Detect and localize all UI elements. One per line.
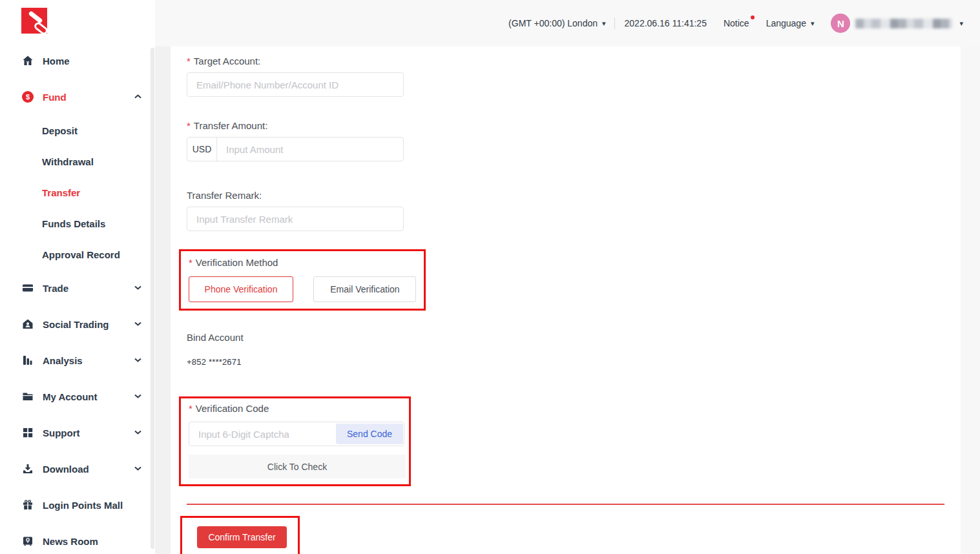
sidebar-subitem-deposit[interactable]: Deposit xyxy=(0,115,155,146)
sidebar-item-my-account[interactable]: My Account xyxy=(0,378,155,415)
sidebar-item-label: News Room xyxy=(43,536,142,547)
transfer-amount-input[interactable] xyxy=(217,138,403,161)
annotation-box-confirm: Confirm Transfer xyxy=(180,516,300,554)
account-menu-toggle[interactable]: ▾ xyxy=(955,19,963,28)
sidebar-item-label: My Account xyxy=(43,391,134,402)
sidebar-item-support[interactable]: Support xyxy=(0,415,155,451)
notice-button[interactable]: Notice xyxy=(724,18,749,28)
transfer-remark-field-wrap xyxy=(187,207,404,231)
chevron-down-icon: ▾ xyxy=(959,19,963,28)
sidebar-item-label: Download xyxy=(43,464,134,475)
sidebar-subitem-withdrawal[interactable]: Withdrawal xyxy=(0,146,155,177)
chevron-down-icon xyxy=(134,358,142,363)
chevron-down-icon xyxy=(134,322,142,327)
required-asterisk: * xyxy=(189,257,193,268)
fund-submenu: Deposit Withdrawal Transfer Funds Detail… xyxy=(0,115,155,270)
sidebar-item-news-room[interactable]: News Room xyxy=(0,523,155,554)
sidebar: Home $ Fund Deposit Withdrawal Transfer … xyxy=(0,0,155,554)
chevron-down-icon xyxy=(134,285,142,291)
main-area: (GMT +00:00) London ▾ 2022.06.16 11:41:2… xyxy=(155,0,980,554)
sidebar-item-download[interactable]: Download xyxy=(0,451,155,487)
phone-verification-button[interactable]: Phone Verification xyxy=(189,276,293,302)
username-blurred xyxy=(855,19,952,28)
annotation-box-verification-method: *Verification Method Phone Verification … xyxy=(179,249,426,311)
sidebar-item-analysis[interactable]: Analysis xyxy=(0,342,155,378)
sidebar-item-social-trading[interactable]: Social Trading xyxy=(0,306,155,342)
subitem-label: Approval Record xyxy=(42,249,120,260)
sidebar-subitem-funds-details[interactable]: Funds Details xyxy=(0,208,155,239)
sidebar-subitem-transfer[interactable]: Transfer xyxy=(0,177,155,208)
target-account-field-wrap xyxy=(187,72,404,97)
confirm-transfer-button[interactable]: Confirm Transfer xyxy=(197,526,287,548)
sidebar-item-fund[interactable]: $ Fund xyxy=(0,79,155,115)
sidebar-item-label: Login Points Mall xyxy=(43,500,142,511)
analysis-icon xyxy=(21,354,34,367)
content-right-gutter[interactable] xyxy=(961,46,980,554)
subitem-label: Deposit xyxy=(42,125,78,136)
sidebar-item-trade[interactable]: Trade xyxy=(0,270,155,306)
content-row: *Target Account: *Transfer Amount: USD T… xyxy=(155,46,980,554)
language-label: Language xyxy=(766,18,806,28)
captcha-check-button[interactable]: Click To Check xyxy=(189,455,406,478)
sidebar-item-label: Analysis xyxy=(43,355,134,366)
content-left-gutter xyxy=(155,46,171,554)
notice-badge-dot xyxy=(751,15,755,19)
sidebar-subitem-approval-record[interactable]: Approval Record xyxy=(0,239,155,270)
transfer-amount-label: *Transfer Amount: xyxy=(187,120,944,131)
sidebar-item-label: Social Trading xyxy=(43,319,134,330)
currency-prefix: USD xyxy=(187,138,217,161)
sidebar-scrollbar[interactable] xyxy=(151,48,154,549)
gift-icon xyxy=(21,498,34,511)
transfer-amount-field-wrap: USD xyxy=(187,137,404,161)
subitem-label: Withdrawal xyxy=(42,156,94,167)
topbar: (GMT +00:00) London ▾ 2022.06.16 11:41:2… xyxy=(155,0,980,46)
chevron-down-icon xyxy=(134,430,142,435)
notice-label: Notice xyxy=(724,18,749,28)
sidebar-item-label: Trade xyxy=(43,283,134,294)
svg-text:$: $ xyxy=(26,93,30,101)
topbar-divider xyxy=(614,17,615,29)
sidebar-item-home[interactable]: Home xyxy=(0,43,155,79)
sidebar-item-label: Home xyxy=(43,56,142,67)
chevron-down-icon: ▾ xyxy=(602,19,606,28)
chevron-up-icon xyxy=(134,94,142,99)
sidebar-item-label: Support xyxy=(43,427,134,438)
captcha-row: Send Code xyxy=(189,422,404,446)
transfer-remark-label: Transfer Remark: xyxy=(187,190,944,201)
subitem-label: Funds Details xyxy=(42,218,105,229)
transfer-form: *Target Account: *Transfer Amount: USD T… xyxy=(171,46,961,554)
verification-method-label: *Verification Method xyxy=(189,257,424,268)
download-icon xyxy=(21,462,34,475)
my-account-icon xyxy=(21,390,34,403)
timezone-label: (GMT +00:00) London xyxy=(508,18,598,28)
chevron-down-icon xyxy=(134,394,142,399)
verification-method-options: Phone Verification Email Verification xyxy=(189,276,424,302)
send-code-button[interactable]: Send Code xyxy=(336,424,403,444)
fund-dollar-icon: $ xyxy=(21,90,34,103)
datetime-display: 2022.06.16 11:41:25 xyxy=(625,18,707,28)
target-account-label: *Target Account: xyxy=(187,56,944,67)
target-account-input[interactable] xyxy=(187,73,403,96)
sidebar-item-label: Fund xyxy=(43,92,134,103)
required-asterisk: * xyxy=(187,120,191,131)
chevron-down-icon xyxy=(134,466,142,471)
bind-account-value: +852 ****2671 xyxy=(187,357,944,367)
avatar[interactable]: N xyxy=(831,14,850,33)
trade-icon xyxy=(21,282,34,294)
transfer-remark-input[interactable] xyxy=(187,207,403,231)
sidebar-menu: Home $ Fund Deposit Withdrawal Transfer … xyxy=(0,43,155,554)
timezone-selector[interactable]: (GMT +00:00) London ▾ xyxy=(508,18,605,28)
annotation-box-verification-code: *Verification Code Send Code Click To Ch… xyxy=(179,396,411,486)
home-icon xyxy=(21,54,34,67)
logo-wrap[interactable] xyxy=(0,0,155,43)
sidebar-item-login-points-mall[interactable]: Login Points Mall xyxy=(0,487,155,523)
subitem-label: Transfer xyxy=(42,187,80,198)
support-icon xyxy=(21,426,34,439)
social-trading-icon xyxy=(21,318,34,331)
language-selector[interactable]: Language ▾ xyxy=(766,18,815,28)
app-window: Home $ Fund Deposit Withdrawal Transfer … xyxy=(0,0,980,554)
brand-logo-icon xyxy=(21,8,47,34)
bind-account-label: Bind Account xyxy=(187,332,944,343)
email-verification-button[interactable]: Email Verification xyxy=(313,276,416,302)
required-asterisk: * xyxy=(189,403,193,414)
